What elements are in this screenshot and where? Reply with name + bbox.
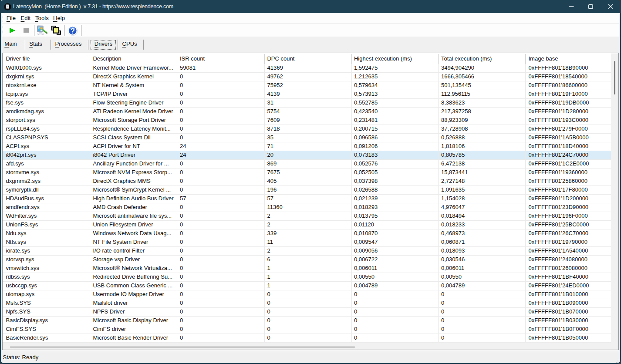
svg-text:?: ?: [70, 27, 74, 35]
